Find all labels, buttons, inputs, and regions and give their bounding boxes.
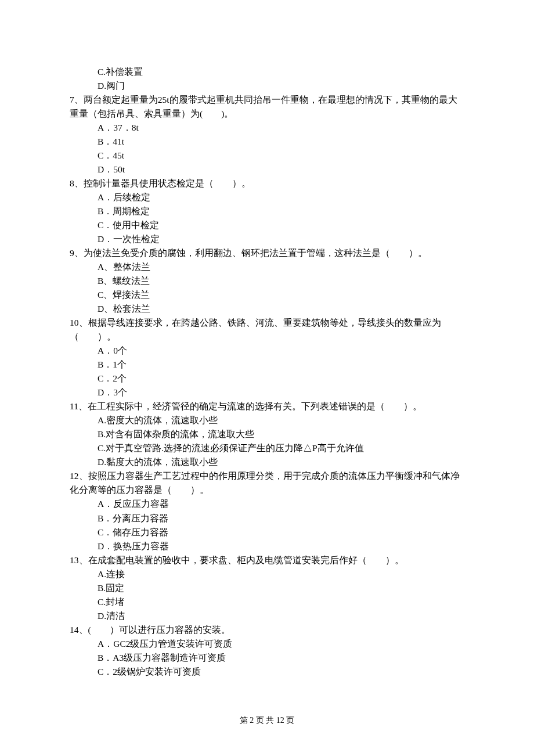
question-stem: 10、根据导线连接要求，在跨越公路、铁路、河流、重要建筑物等处，导线接头的数量应… bbox=[70, 316, 464, 344]
question-option: D、松套法兰 bbox=[70, 302, 464, 316]
page-footer: 第 2 页 共 12 页 bbox=[0, 714, 534, 727]
leading-option: C.补偿装置 bbox=[70, 65, 464, 79]
question-option: C．2个 bbox=[70, 372, 464, 386]
question-stem: 7、两台额定起重量为25t的履带式起重机共同抬吊一件重物，在最理想的情况下，其重… bbox=[70, 93, 464, 121]
question-option: C．45t bbox=[70, 149, 464, 163]
leading-option: D.阀门 bbox=[70, 79, 464, 93]
question-option: B、螺纹法兰 bbox=[70, 274, 464, 288]
question-option: A.连接 bbox=[70, 567, 464, 581]
question-option: A、整体法兰 bbox=[70, 260, 464, 274]
question-option: D.黏度大的流体，流速取小些 bbox=[70, 455, 464, 469]
question-option: B.固定 bbox=[70, 581, 464, 595]
question-option: A．反应压力容器 bbox=[70, 497, 464, 511]
question-option: C.对于真空管路.选择的流速必须保证产生的压力降△P高于允许值 bbox=[70, 441, 464, 455]
question-option: B．41t bbox=[70, 135, 464, 149]
question-option: A．后续检定 bbox=[70, 190, 464, 204]
question-option: C．储存压力容器 bbox=[70, 525, 464, 539]
question-option: A．37．8t bbox=[70, 121, 464, 135]
question-stem: 9、为使法兰免受介质的腐蚀，利用翻边、钢环把法兰置于管端，这种法兰是（ ）。 bbox=[70, 246, 464, 260]
question-option: C、焊接法兰 bbox=[70, 288, 464, 302]
question-option: A.密度大的流体，流速取小些 bbox=[70, 413, 464, 427]
question-option: C.封堵 bbox=[70, 595, 464, 609]
question-option: B．分离压力容器 bbox=[70, 512, 464, 525]
question-option: D．50t bbox=[70, 163, 464, 177]
question-stem: 14、( ）可以进行压力容器的安装。 bbox=[70, 623, 464, 637]
question-stem: 12、按照压力容器生产工艺过程中的作用原理分类，用于完成介质的流体压力平衡缓冲和… bbox=[70, 469, 464, 497]
question-option: B.对含有固体杂质的流体，流速取大些 bbox=[70, 427, 464, 441]
question-option: D.清洁 bbox=[70, 609, 464, 623]
question-option: C．使用中检定 bbox=[70, 218, 464, 232]
question-stem: 11、在工程实际中，经济管径的确定与流速的选择有关。下列表述错误的是（ ）。 bbox=[70, 399, 464, 413]
question-option: A．0个 bbox=[70, 344, 464, 358]
question-stem: 13、在成套配电装置的验收中，要求盘、柜内及电缆管道安装完后作好（ ）。 bbox=[70, 553, 464, 567]
question-option: D．3个 bbox=[70, 386, 464, 399]
question-option: D．换热压力容器 bbox=[70, 539, 464, 553]
question-option: C．2级锅炉安装许可资质 bbox=[70, 665, 464, 679]
question-option: D．一次性检定 bbox=[70, 232, 464, 246]
question-option: A．GC2级压力管道安装许可资质 bbox=[70, 637, 464, 651]
question-option: B．1个 bbox=[70, 358, 464, 372]
question-stem: 8、控制计量器具使用状态检定是（ ）。 bbox=[70, 177, 464, 190]
question-option: B．周期检定 bbox=[70, 204, 464, 218]
question-option: B．A3级压力容器制造许可资质 bbox=[70, 651, 464, 665]
